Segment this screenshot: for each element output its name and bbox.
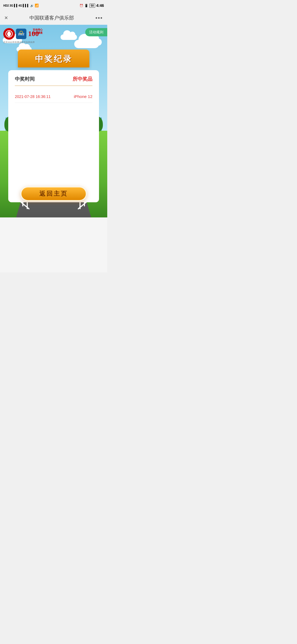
prize-column-header: 所中奖品	[73, 76, 92, 82]
alarm-icon: ⏰	[79, 4, 83, 7]
brand-logos: 2022 100 百信用心10分满意	[3, 28, 43, 40]
time-display: 4:46	[96, 3, 104, 8]
beijing-2022-logo: 2022	[16, 29, 26, 39]
prize-title-container: 中奖纪录	[18, 50, 89, 67]
sub-logo-text: 北京2022年冬奥会官方合作伙伴	[3, 41, 35, 44]
status-right: ⏰ 📱 50 4:46	[79, 3, 104, 8]
svg-text:2022: 2022	[18, 33, 24, 36]
header-logo-area: 2022 100 百信用心10分满意	[3, 28, 43, 40]
table-header: 中奖时间 所中奖品	[15, 76, 92, 86]
centennial-badge: 100 百信用心10分满意	[28, 28, 43, 39]
prize-title-banner: 中奖纪录	[18, 50, 89, 67]
carrier-info: HD2 3G ▍▍4G ▍▍▍ 🔊	[3, 4, 34, 7]
cloud-group-right	[80, 39, 102, 46]
prize-title-text: 中奖纪录	[35, 54, 72, 63]
return-button-container: 返回主页	[21, 187, 87, 201]
table-row: 2021-07-28 16:36:11 iPhone 12	[15, 90, 92, 103]
status-bar: HD2 3G ▍▍4G ▍▍▍ 🔊 📶 ⏰ 📱 50 4:46	[0, 0, 107, 11]
status-left: HD2 3G ▍▍4G ▍▍▍ 🔊 📶	[3, 4, 39, 7]
time-column-header: 中奖时间	[15, 76, 35, 82]
win-time: 2021-07-28 16:36:11	[15, 94, 51, 99]
bottom-area	[0, 217, 107, 272]
close-button[interactable]: ×	[4, 14, 8, 21]
phone-icon: 📱	[84, 4, 88, 7]
main-scene: 2022 100 百信用心10分满意 北京2022年冬奥会官方合作伙伴 活动规则…	[0, 25, 107, 217]
activity-rules-button[interactable]: 活动规则	[85, 28, 107, 36]
wifi-icon: 📶	[35, 4, 39, 7]
nav-bar: × 中国联通客户俱乐部 •••	[0, 11, 107, 25]
win-prize: iPhone 12	[74, 94, 92, 99]
return-home-button[interactable]: 返回主页	[21, 187, 87, 201]
battery-indicator: 50	[89, 4, 95, 8]
more-options-button[interactable]: •••	[95, 15, 103, 21]
prize-card: 中奖时间 所中奖品 2021-07-28 16:36:11 iPhone 12	[8, 70, 99, 202]
unicom-logo	[3, 28, 15, 40]
page-title: 中国联通客户俱乐部	[29, 15, 74, 21]
cloud-group-center	[61, 34, 77, 40]
